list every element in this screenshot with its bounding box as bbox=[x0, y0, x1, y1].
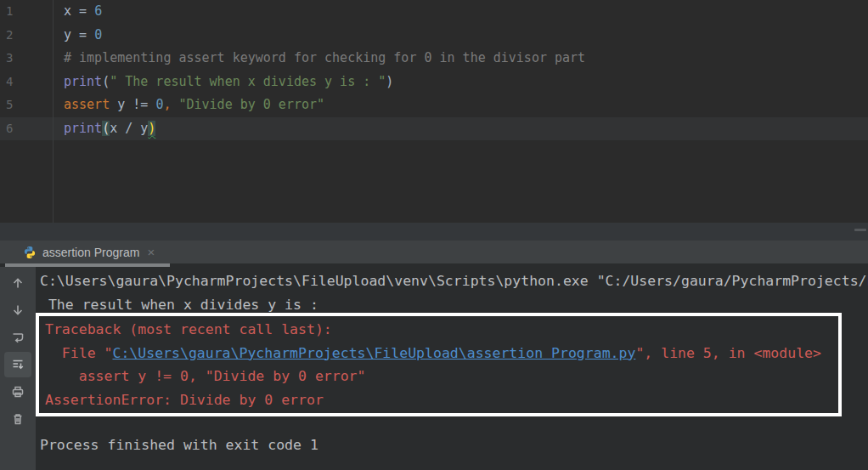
print-button[interactable] bbox=[4, 379, 31, 405]
line-number[interactable]: 6 bbox=[0, 117, 53, 141]
python-icon bbox=[23, 246, 37, 259]
code-text: # implementing assert keyword for checki… bbox=[53, 47, 585, 71]
code-lines: 1x = 62y = 03# implementing assert keywo… bbox=[0, 0, 868, 140]
traceback-file-suffix: ", line 5, in <module> bbox=[635, 345, 821, 361]
code-line[interactable]: 3# implementing assert keyword for check… bbox=[0, 47, 868, 71]
down-arrow-icon bbox=[10, 303, 25, 318]
code-token: x / y bbox=[110, 121, 148, 136]
trash-icon bbox=[10, 411, 25, 427]
traceback-code-line: assert y != 0, "Divide by 0 error" bbox=[39, 365, 838, 388]
up-the-stack-trace-button[interactable] bbox=[4, 270, 31, 296]
console-output: C:\Users\gaura\PycharmProjects\FileUploa… bbox=[36, 263, 868, 470]
soft-wrap-button[interactable] bbox=[4, 325, 31, 350]
editor-scrollbar-thumb[interactable] bbox=[854, 229, 866, 231]
line-number[interactable]: 3 bbox=[0, 47, 53, 71]
code-token: " The result when x divides y is : " bbox=[110, 74, 386, 89]
scroll-to-end-button[interactable] bbox=[4, 352, 31, 377]
code-editor[interactable]: 1x = 62y = 03# implementing assert keywo… bbox=[0, 0, 868, 223]
down-the-stack-trace-button[interactable] bbox=[4, 297, 31, 323]
code-token: "Divide by 0 error" bbox=[178, 97, 324, 112]
console-toolbar bbox=[0, 267, 36, 470]
code-token: 0 bbox=[94, 27, 102, 42]
code-line[interactable]: 5assert y != 0, "Divide by 0 error" bbox=[0, 93, 868, 117]
code-text: print(x / y) bbox=[53, 117, 155, 141]
code-token: ) bbox=[386, 74, 393, 89]
code-token: # implementing assert keyword for checki… bbox=[64, 50, 585, 65]
line-number[interactable]: 4 bbox=[0, 71, 53, 94]
traceback-file-prefix: File " bbox=[45, 345, 112, 361]
code-token: x = bbox=[64, 3, 94, 19]
file-link[interactable]: C:\Users\gaura\PycharmProjects\FileUploa… bbox=[112, 345, 635, 361]
pycharm-window: 1x = 62y = 03# implementing assert keywo… bbox=[0, 0, 868, 470]
tab-assertion-program[interactable]: assertion Program × bbox=[0, 241, 167, 263]
traceback-error-line: AssertionError: Divide by 0 error bbox=[39, 388, 838, 412]
code-text: assert y != 0, "Divide by 0 error" bbox=[53, 93, 324, 117]
process-exit-line: Process finished with exit code 1 bbox=[36, 433, 868, 457]
close-icon[interactable]: × bbox=[147, 246, 155, 258]
soft-wrap-icon bbox=[10, 330, 25, 345]
line-number[interactable]: 5 bbox=[0, 93, 53, 117]
code-token: y != bbox=[110, 97, 155, 112]
code-text: x = 6 bbox=[53, 0, 102, 24]
line-number[interactable]: 2 bbox=[0, 24, 53, 48]
run-tool-window-tabbar: assertion Program × bbox=[0, 241, 868, 263]
code-line[interactable]: 1x = 6 bbox=[0, 0, 868, 24]
editor-bottom-strip bbox=[0, 223, 868, 241]
traceback-file-line: File "C:\Users\gaura\PycharmProjects\Fil… bbox=[39, 342, 838, 365]
code-line[interactable]: 4print(" The result when x divides y is … bbox=[0, 71, 868, 94]
scroll-to-end-icon bbox=[10, 357, 25, 372]
gutter-separator bbox=[53, 0, 54, 223]
up-arrow-icon bbox=[10, 275, 25, 291]
code-token: assert bbox=[64, 97, 110, 112]
tab-title: assertion Program bbox=[42, 246, 139, 259]
code-token: ) bbox=[148, 121, 155, 136]
traceback-highlight-box: Traceback (most recent call last): File … bbox=[36, 313, 842, 416]
code-token: ( bbox=[102, 74, 110, 89]
code-token: y = bbox=[64, 27, 94, 42]
clear-all-button[interactable] bbox=[4, 406, 31, 432]
line-number[interactable]: 1 bbox=[0, 0, 53, 24]
code-token: 6 bbox=[94, 3, 102, 19]
printer-icon bbox=[10, 384, 25, 399]
code-text: y = 0 bbox=[53, 24, 102, 48]
code-text: print(" The result when x divides y is :… bbox=[53, 71, 393, 94]
code-line[interactable]: 6print(x / y) bbox=[0, 117, 868, 141]
code-token: print bbox=[64, 121, 102, 136]
code-token: print bbox=[64, 74, 102, 89]
code-token: ( bbox=[102, 121, 110, 136]
run-console: C:\Users\gaura\PycharmProjects\FileUploa… bbox=[0, 263, 868, 470]
code-line[interactable]: 2y = 0 bbox=[0, 24, 868, 48]
traceback-header: Traceback (most recent call last): bbox=[39, 318, 838, 342]
console-command-line: C:\Users\gaura\PycharmProjects\FileUploa… bbox=[36, 269, 868, 293]
